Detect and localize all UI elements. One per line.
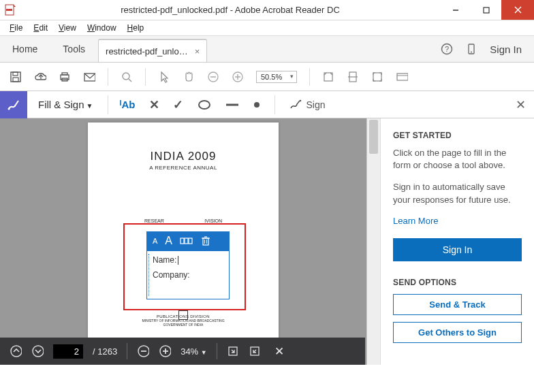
fill-sign-icon[interactable] xyxy=(0,91,27,118)
svg-rect-28 xyxy=(373,73,381,81)
svg-rect-3 xyxy=(484,7,489,13)
text-edit-toolbar: A A xyxy=(146,231,230,250)
window-title: restricted-pdf_unlocked.pdf - Adobe Acro… xyxy=(20,0,440,20)
text-size-small[interactable]: A xyxy=(153,237,157,245)
page-number-input[interactable] xyxy=(53,344,83,359)
svg-rect-12 xyxy=(13,78,18,82)
learn-more-link[interactable]: Learn More xyxy=(393,216,438,226)
fit-width-icon[interactable] xyxy=(322,71,334,83)
svg-rect-39 xyxy=(203,238,208,245)
sidebar: GET STARTED Click on the page to fill in… xyxy=(380,118,534,365)
get-others-button[interactable]: Get Others to Sign xyxy=(393,322,522,343)
circle-tool[interactable] xyxy=(197,99,212,110)
page-down-icon[interactable] xyxy=(31,345,44,357)
scrollbar-thumb[interactable] xyxy=(369,120,378,154)
send-track-button[interactable]: Send & Track xyxy=(393,294,522,315)
search-icon[interactable] xyxy=(121,71,133,83)
line-tool[interactable] xyxy=(225,103,239,107)
svg-rect-29 xyxy=(397,74,408,80)
text-tool[interactable]: IAb xyxy=(119,99,135,110)
nav-fit-icon[interactable] xyxy=(227,345,239,357)
fill-sign-bar: Fill & Sign▼ IAb ✕ ✓ Sign ✕ xyxy=(0,91,534,118)
pointer-icon[interactable] xyxy=(158,71,170,83)
app-icon xyxy=(0,0,20,20)
nav-zoom-level[interactable]: 34% ▼ xyxy=(180,346,207,357)
menubar: File Edit View Window Help xyxy=(0,20,534,35)
svg-point-9 xyxy=(471,52,472,53)
text-spacing-icon[interactable] xyxy=(180,236,193,246)
mobile-icon[interactable] xyxy=(465,43,477,55)
svg-point-34 xyxy=(254,102,260,108)
signin-link[interactable]: Sign In xyxy=(490,44,522,55)
help-icon[interactable]: ? xyxy=(441,43,453,55)
text-line-name: Name: xyxy=(153,255,223,265)
save-icon[interactable] xyxy=(10,71,22,83)
menu-view[interactable]: View xyxy=(54,22,80,34)
text-size-large[interactable]: A xyxy=(165,235,172,247)
text-line-company: Company: xyxy=(153,270,223,280)
svg-rect-36 xyxy=(180,238,184,244)
svg-point-18 xyxy=(123,73,129,80)
hand-icon[interactable] xyxy=(183,71,195,83)
svg-rect-37 xyxy=(185,238,188,244)
nav-zoom-out-icon[interactable] xyxy=(137,345,149,357)
dot-tool[interactable] xyxy=(253,101,261,109)
pdf-page[interactable]: INDIA 2009 A REFERENCE ANNUAL RESEARhidd… xyxy=(88,122,279,348)
scrollbar[interactable] xyxy=(366,118,380,365)
titlebar: restricted-pdf_unlocked.pdf - Adobe Acro… xyxy=(0,0,534,20)
svg-point-45 xyxy=(33,346,44,357)
tab-document-label: restricted-pdf_unlo… xyxy=(106,46,188,56)
svg-rect-10 xyxy=(11,72,20,82)
tab-tools[interactable]: Tools xyxy=(50,36,98,62)
document-pane[interactable]: INDIA 2009 A REFERENCE ANNUAL RESEARhidd… xyxy=(0,118,366,365)
maximize-button[interactable] xyxy=(471,0,501,20)
x-mark-tool[interactable]: ✕ xyxy=(149,97,159,112)
tabs-row: Home Tools restricted-pdf_unlo… × ? Sign… xyxy=(0,35,534,63)
menu-help[interactable]: Help xyxy=(123,22,148,34)
svg-point-35 xyxy=(299,99,301,101)
publisher-line3: GOVERNMENT OF INDIA xyxy=(88,323,279,327)
tab-document[interactable]: restricted-pdf_unlo… × xyxy=(98,39,207,62)
page-subtitle: A REFERENCE ANNUAL xyxy=(88,165,279,171)
page-nav-bar: / 1263 34% ▼ ✕ xyxy=(0,338,365,365)
svg-rect-1 xyxy=(6,9,12,11)
fit-page-icon[interactable] xyxy=(347,71,359,83)
fill-sign-label[interactable]: Fill & Sign▼ xyxy=(27,99,104,110)
check-tool[interactable]: ✓ xyxy=(173,97,183,112)
signin-button[interactable]: Sign In xyxy=(393,238,522,261)
svg-line-19 xyxy=(129,79,131,82)
print-icon[interactable] xyxy=(59,71,71,83)
fullscreen-icon[interactable] xyxy=(371,71,383,83)
read-mode-icon[interactable] xyxy=(396,71,408,83)
sidebar-text-1: Click on the page to fill in the form or… xyxy=(393,147,522,172)
nav-close-icon[interactable]: ✕ xyxy=(274,344,284,359)
menu-file[interactable]: File xyxy=(5,22,27,34)
page-up-icon[interactable] xyxy=(10,345,22,357)
mail-icon[interactable] xyxy=(83,71,95,83)
menu-edit[interactable]: Edit xyxy=(29,22,52,34)
nav-actual-icon[interactable] xyxy=(249,345,261,357)
sidebar-text-2: Sign in to automatically save your respo… xyxy=(393,181,522,206)
text-input-box[interactable]: Name: Company: xyxy=(146,250,230,299)
cloud-icon[interactable] xyxy=(34,71,46,83)
svg-point-32 xyxy=(199,101,210,109)
menu-window[interactable]: Window xyxy=(83,22,121,34)
zoom-level[interactable]: 50.5% xyxy=(256,71,297,83)
tab-home[interactable]: Home xyxy=(0,36,50,62)
main-toolbar: 50.5% xyxy=(0,63,534,91)
delete-icon[interactable] xyxy=(201,235,210,246)
tab-document-close-icon[interactable]: × xyxy=(195,46,200,56)
close-button[interactable] xyxy=(501,0,534,20)
page-total: / 1263 xyxy=(93,346,117,357)
svg-rect-11 xyxy=(13,72,18,76)
nav-zoom-in-icon[interactable] xyxy=(159,345,171,357)
close-fill-sign[interactable]: ✕ xyxy=(507,97,534,112)
minimize-button[interactable] xyxy=(440,0,471,20)
zoom-out-icon[interactable] xyxy=(207,71,219,83)
sidebar-heading-start: GET STARTED xyxy=(393,131,522,140)
sign-tool[interactable]: Sign xyxy=(289,99,326,111)
svg-point-44 xyxy=(11,346,22,357)
page-line3: RESEARhidden text here okIVISION xyxy=(88,218,279,223)
page-title: INDIA 2009 xyxy=(88,150,279,163)
zoom-in-icon[interactable] xyxy=(232,71,244,83)
